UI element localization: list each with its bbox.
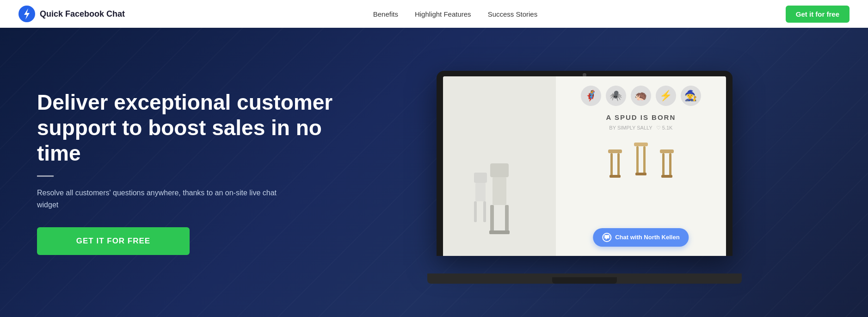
chat-bubble-text: Chat with North Kellen [615,234,679,241]
logo-icon [18,6,35,22]
hero-divider [37,175,54,177]
svg-rect-3 [492,177,506,205]
svg-rect-15 [634,143,648,146]
laptop-screen-outer: 🦸 🕷️ 🦔 ⚡ 🧙 A SPUD IS BORN BY SIMPLY SALL… [437,71,733,256]
hero-cta-button[interactable]: GET IT FOR FREE [37,227,190,255]
stool-right [658,145,676,182]
navbar: Quick Facebook Chat Benefits Highlight F… [0,0,868,28]
hero-right: 🦸 🕷️ 🦔 ⚡ 🧙 A SPUD IS BORN BY SIMPLY SALL… [338,62,831,284]
svg-rect-9 [474,201,477,222]
svg-rect-7 [474,173,487,183]
svg-rect-12 [610,153,613,177]
chat-bubble-icon [602,233,611,242]
char-captain: 🦸 [581,86,601,106]
chat-bubble[interactable]: Chat with North Kellen [593,228,689,247]
stool-left [606,145,624,182]
stools-row [606,140,676,182]
svg-rect-8 [475,183,486,201]
char-hedgehog: 🦔 [631,86,651,106]
svg-rect-6 [489,230,510,234]
nav-link-stories[interactable]: Success Stories [488,10,538,18]
spud-likes: ♡ 5.1K [656,125,673,131]
spud-meta: BY SIMPLY SALLY ♡ 5.1K [609,125,672,131]
char-yoda: 🧙 [681,86,701,106]
svg-rect-16 [636,146,639,175]
svg-rect-14 [609,175,621,178]
char-spider: 🕷️ [606,86,626,106]
svg-rect-18 [635,173,646,175]
laptop-screen: 🦸 🕷️ 🦔 ⚡ 🧙 A SPUD IS BORN BY SIMPLY SALL… [443,76,726,256]
chair-svg [472,154,527,247]
hero-subtext: Resolve all customers' questions anywher… [37,187,277,211]
hero-section: Deliver exceptional customer support to … [0,28,868,317]
nav-links: Benefits Highlight Features Success Stor… [373,10,537,18]
hero-left: Deliver exceptional customer support to … [37,90,338,255]
nav-link-benefits[interactable]: Benefits [373,10,398,18]
svg-rect-10 [483,201,486,222]
svg-rect-2 [490,163,509,177]
brand-name: Quick Facebook Chat [40,9,125,19]
svg-rect-13 [617,153,620,177]
laptop-stand [552,277,617,284]
char-minion: ⚡ [656,86,676,106]
stool-middle [632,140,650,182]
nav-cta-button[interactable]: Get it for free [786,6,850,23]
message-icon [604,235,609,240]
svg-rect-20 [662,153,665,177]
hero-heading: Deliver exceptional customer support to … [37,90,338,167]
svg-rect-22 [661,175,672,178]
svg-rect-19 [660,149,674,153]
characters-row: 🦸 🕷️ 🦔 ⚡ 🧙 [581,86,701,106]
laptop-base [427,273,742,284]
spud-author: BY SIMPLY SALLY [609,125,652,131]
laptop-mockup: 🦸 🕷️ 🦔 ⚡ 🧙 A SPUD IS BORN BY SIMPLY SALL… [432,71,737,284]
brand: Quick Facebook Chat [18,6,125,22]
svg-rect-5 [505,205,509,233]
spud-title: A SPUD IS BORN [606,113,676,121]
svg-rect-4 [490,205,494,233]
svg-rect-11 [608,149,622,153]
nav-link-features[interactable]: Highlight Features [415,10,471,18]
svg-rect-17 [643,146,646,175]
screen-left-panel [443,76,556,256]
screen-right-panel: 🦸 🕷️ 🦔 ⚡ 🧙 A SPUD IS BORN BY SIMPLY SALL… [556,76,726,256]
svg-rect-21 [669,153,671,177]
